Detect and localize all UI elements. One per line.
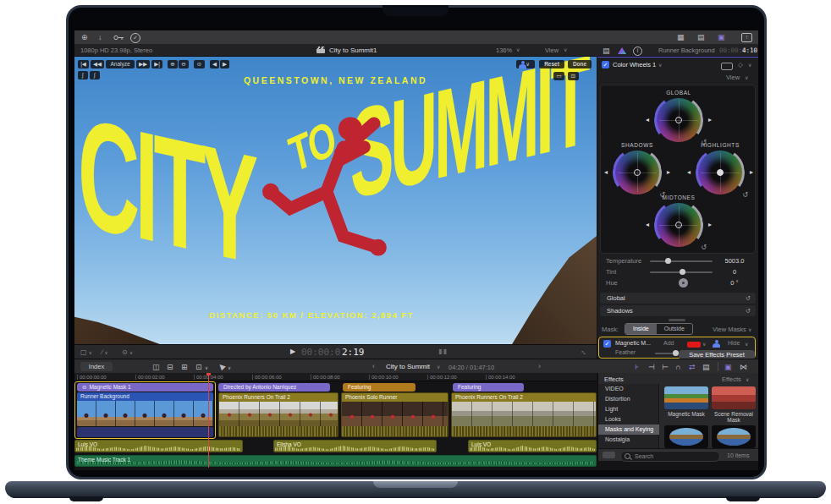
skip-end-button[interactable]: ▶| bbox=[151, 60, 162, 68]
done-button[interactable]: Done bbox=[568, 60, 592, 68]
effects-sort-dropdown[interactable]: Effects bbox=[722, 375, 741, 383]
search-input[interactable] bbox=[633, 452, 718, 461]
retime-tool-dropdown[interactable]: ⊙ ∨ bbox=[122, 348, 133, 356]
category-nostalgia[interactable]: Nostalgia bbox=[598, 435, 659, 445]
clip-luis-vo-2[interactable]: Luis VO bbox=[468, 440, 597, 452]
category-masks-and-keying[interactable]: Masks and Keying bbox=[598, 425, 659, 435]
list-view-toggle-icon[interactable]: ▤ bbox=[697, 33, 705, 41]
crop-tool-dropdown[interactable]: ▢ ∨ bbox=[80, 348, 92, 356]
color-wheel-highlights[interactable]: ◂▸ ↺ bbox=[698, 151, 742, 194]
media-browser-icon[interactable]: ▤ bbox=[702, 363, 710, 371]
clip-runner-background[interactable]: Runner Background bbox=[77, 392, 213, 426]
effect-thumb-magnetic-mask[interactable] bbox=[664, 386, 708, 409]
browser-toggle-icon[interactable]: ▦ bbox=[677, 33, 685, 41]
clip-elisha-vo[interactable]: Elisha VO bbox=[273, 440, 437, 452]
clip-title-featuring-2[interactable]: Featuring bbox=[453, 383, 524, 392]
next-project-arrow[interactable]: › bbox=[538, 362, 541, 370]
timeline-toggle-icon[interactable]: ▣ bbox=[718, 33, 725, 41]
color-wheel-shadows[interactable]: ◂▸ ↺ bbox=[615, 151, 659, 194]
playhead-handle[interactable] bbox=[206, 373, 211, 375]
blade-tool-dropdown[interactable]: ∕ ∨ bbox=[102, 348, 108, 356]
letterbox-overlay-icon[interactable]: ▭ bbox=[553, 72, 564, 80]
clip-title-magnetic-mask[interactable]: ⊙Magnetic Mask 1 bbox=[77, 383, 213, 392]
step-forward-button[interactable]: ▶ bbox=[220, 60, 229, 68]
hue-dial[interactable] bbox=[679, 278, 688, 288]
clip-luis-vo-1[interactable]: Luis VO bbox=[74, 440, 243, 452]
rewind-button[interactable]: ◀◀ bbox=[91, 60, 104, 68]
effects-browser-icon[interactable]: ▣ bbox=[724, 363, 732, 371]
view-dropdown[interactable]: View bbox=[545, 47, 559, 54]
keyframe-icon[interactable]: ◇ bbox=[738, 61, 743, 68]
tint-value[interactable]: 0 bbox=[718, 268, 751, 276]
effects-search-field[interactable] bbox=[620, 451, 720, 462]
index-button[interactable]: Index bbox=[80, 362, 113, 371]
pointer-tool-icon[interactable]: ▶ bbox=[216, 362, 226, 372]
color-wheel-global[interactable]: ◂▸ ↺ bbox=[657, 98, 701, 142]
overwrite-clip-icon[interactable]: ⊡ bbox=[195, 363, 202, 371]
download-icon[interactable]: ↓ bbox=[98, 33, 102, 41]
step-back-button[interactable]: ◀ bbox=[210, 60, 219, 68]
playhead[interactable] bbox=[208, 373, 209, 468]
background-tasks-icon[interactable]: ✓ bbox=[130, 33, 140, 43]
import-media-icon[interactable]: ⊕ bbox=[81, 33, 88, 41]
fast-forward-button[interactable]: ▶▶ bbox=[136, 60, 150, 68]
fx-append-icon[interactable]: ⊢ bbox=[662, 363, 669, 371]
reset-icon[interactable]: ↺ bbox=[746, 305, 751, 316]
panel-scroll-handle[interactable] bbox=[669, 319, 685, 321]
mask-enable-checkbox[interactable]: ✓ bbox=[603, 340, 611, 348]
mask-color-swatch[interactable] bbox=[687, 342, 701, 348]
info-inspector-icon[interactable]: i bbox=[633, 47, 642, 56]
color-inspector-icon[interactable] bbox=[618, 47, 626, 54]
insert-clip-icon[interactable]: ⊟ bbox=[167, 363, 173, 371]
effect-name-dropdown[interactable]: Color Wheels 1 bbox=[613, 61, 656, 68]
video-inspector-icon[interactable]: ▤ bbox=[603, 47, 610, 55]
color-wheel-midtones[interactable]: ◂▸ ↺ bbox=[657, 203, 701, 247]
section-shadows[interactable]: Shadows ↺ bbox=[600, 305, 756, 316]
clip-phoenix-runners-1[interactable]: Phoenix Runners On Trail 2 bbox=[218, 392, 338, 437]
previous-project-arrow[interactable]: ‹ bbox=[372, 362, 375, 370]
crop-overlay-icon[interactable]: ⊡ bbox=[568, 72, 579, 80]
section-global[interactable]: Global ↺ bbox=[600, 293, 756, 304]
timeline-ruler[interactable]: 00:00:00:00 00:00:02:00 00:00:04:00 00:0… bbox=[74, 373, 597, 381]
reset-button[interactable]: Reset bbox=[539, 60, 564, 68]
fx-connect-icon[interactable]: ⊦ bbox=[635, 363, 639, 371]
analyze-button[interactable]: Analyze bbox=[106, 60, 135, 68]
append-clip-icon[interactable]: ⊞ bbox=[181, 363, 188, 371]
mask-inside-option[interactable]: Inside bbox=[625, 324, 657, 334]
effect-thumb-vignette-1[interactable] bbox=[664, 425, 708, 448]
zoom-in-button[interactable]: ⊕ bbox=[168, 60, 178, 68]
tint-slider[interactable] bbox=[650, 271, 713, 273]
mask-eraser-tool-icon[interactable]: ∫ bbox=[90, 71, 100, 79]
keyword-editor-icon[interactable] bbox=[113, 35, 124, 41]
filmstrip-toggle-icon[interactable] bbox=[603, 452, 615, 458]
clip-theme-music[interactable]: Theme Music Track 1 bbox=[74, 455, 597, 467]
person-mask-icon[interactable] bbox=[713, 340, 720, 348]
category-distortion[interactable]: Distortion bbox=[598, 394, 659, 404]
mask-inside-outside-segment[interactable]: Inside Outside bbox=[625, 323, 693, 335]
mask-hide-dropdown[interactable]: Hide bbox=[728, 340, 740, 346]
mask-add-dropdown[interactable]: Add bbox=[663, 340, 674, 346]
zoom-level-dropdown[interactable]: 136% bbox=[496, 47, 512, 54]
effect-thumb-scene-removal[interactable] bbox=[712, 386, 756, 409]
fx-insert-icon[interactable]: ⊣ bbox=[648, 363, 655, 371]
play-button[interactable]: ▶ bbox=[290, 348, 295, 355]
mask-stroke-tool-icon[interactable]: ∫ bbox=[78, 71, 88, 79]
audio-meters-icon[interactable]: ▮▮ bbox=[438, 348, 448, 355]
connect-clip-icon[interactable]: ◫ bbox=[152, 363, 160, 371]
clip-phoenix-runners-2[interactable]: Phoenix Runners On Trail 2 bbox=[451, 392, 597, 437]
wheel-reset-icon[interactable]: ↺ bbox=[701, 244, 707, 251]
mask-outside-option[interactable]: Outside bbox=[657, 324, 692, 334]
trim-mode-icon[interactable]: ⇄ bbox=[689, 363, 696, 371]
share-icon[interactable]: ↑ bbox=[741, 33, 752, 42]
effect-enable-checkbox[interactable]: ✓ bbox=[602, 61, 609, 68]
add-person-dropdown[interactable]: ∨ bbox=[516, 60, 535, 68]
audition-headphones-icon[interactable]: ∩ bbox=[675, 363, 680, 371]
clip-runner-background-audio[interactable] bbox=[77, 427, 213, 437]
temperature-value[interactable]: 5003.0 bbox=[718, 257, 751, 265]
wheel-reset-icon[interactable]: ↺ bbox=[742, 191, 748, 199]
hue-value[interactable]: 0 ° bbox=[718, 279, 751, 287]
tracker-button[interactable]: ⊙ bbox=[194, 60, 205, 68]
zoom-out-button[interactable]: ⊖ bbox=[179, 60, 189, 68]
timeline-project-dropdown[interactable]: City to Summit bbox=[386, 363, 430, 370]
skip-start-button[interactable]: |◀ bbox=[78, 60, 89, 68]
